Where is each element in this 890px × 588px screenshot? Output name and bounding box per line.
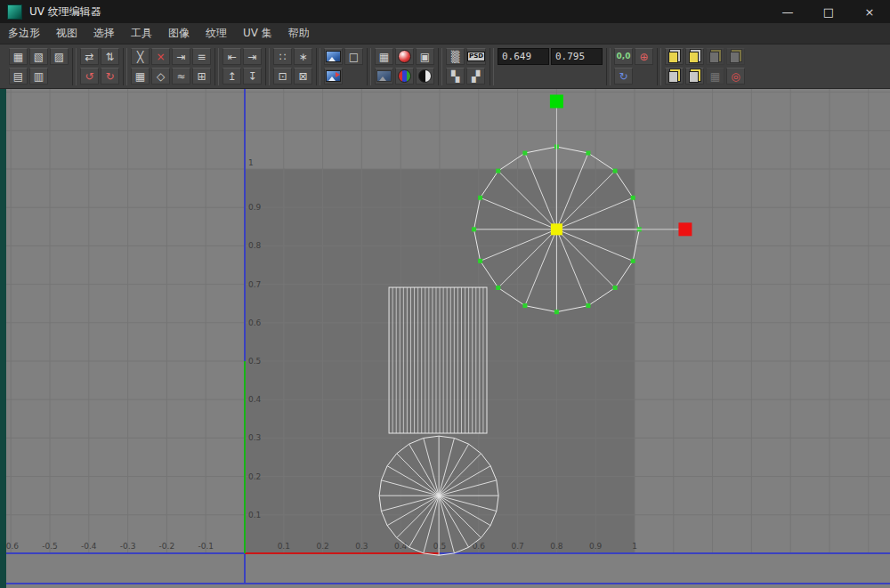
uv-vertex[interactable] [613,169,618,173]
layout-uvs-button[interactable]: ▦ [131,68,150,85]
dither-display-button[interactable]: ▒ [446,48,465,65]
manipulator-center-handle[interactable] [551,223,562,235]
uv-vertex[interactable] [586,303,590,308]
menu-item-help[interactable]: 帮助 [280,23,318,44]
v-tick-label: 0.6 [248,318,262,327]
close-button[interactable]: × [849,0,890,23]
transfer-uvs-button[interactable]: ▦ [706,68,724,85]
app-icon [7,4,22,20]
unitize-uvs-button[interactable]: ⊠ [294,68,312,85]
unfold-uvs-button[interactable]: ◇ [151,68,170,85]
uv-vertex[interactable] [613,286,618,290]
texture-border-button[interactable]: ▣ [416,48,434,65]
normalize-uvs-button[interactable]: ⊡ [273,68,292,85]
uv-vertex[interactable] [522,303,527,308]
psd-export-button[interactable]: PSD [466,48,486,65]
dim-image-button[interactable] [375,68,393,85]
v-coordinate-input[interactable] [551,48,603,65]
uv-vertex[interactable] [478,259,482,263]
snap-to-grid-button[interactable]: ∷ [273,48,292,65]
u-coordinate-input[interactable] [498,48,549,65]
menu-item-uv-sets[interactable]: UV 集 [235,23,280,44]
uv-vertex[interactable] [496,169,500,173]
rotate-ccw-button[interactable]: ↺ [80,68,99,85]
sew-uv-edges-button[interactable]: ≡ [192,48,211,65]
u-tick-label: 0.3 [355,542,368,551]
refresh-uv-button[interactable]: ↻ [614,68,633,85]
toolbar-group-display-modes: ▦▣ [375,48,434,85]
menu-item-image[interactable]: 图像 [160,23,198,44]
align-v-min-button[interactable]: ↧ [243,68,262,85]
manipulator-y-handle[interactable] [550,94,563,108]
title-bar: UV 纹理编辑器 — □ × [0,0,890,23]
menu-item-tools[interactable]: 工具 [123,23,160,44]
toggle-grid-button[interactable]: ▦ [375,48,393,65]
uv-vertex[interactable] [586,151,590,156]
menu-item-texture[interactable]: 纹理 [198,23,235,44]
paste-shell-button[interactable] [726,48,745,65]
u-tick-label: 0.4 [394,542,408,551]
uv-vertex[interactable] [631,259,635,263]
paste-v-button[interactable] [685,68,704,85]
window-controls: — □ × [767,0,890,23]
uv-vertex[interactable] [472,227,476,231]
uv-lattice-tool-button[interactable]: ▦ [9,48,28,65]
image-ratio-button[interactable]: □ [344,48,363,65]
toolbar-group-clipboard: ▦◎ [665,48,745,85]
copy-shell-button[interactable] [685,48,704,65]
shaded-display-button[interactable] [395,48,414,65]
relax-uvs-button[interactable]: ≈ [172,68,190,85]
menu-item-select[interactable]: 选择 [85,23,123,44]
paste-u-button[interactable] [665,68,684,85]
uv-vertex[interactable] [631,196,635,200]
align-u-min-button[interactable]: ⇤ [222,48,241,65]
alpha-channel-button[interactable] [416,68,434,85]
paste-v-icon [689,71,699,83]
center-pivot-button[interactable]: ◎ [726,68,745,85]
reset-uv-button[interactable]: ⊕ [635,48,653,65]
select-uv-border-button[interactable]: ▥ [29,68,48,85]
align-u-max-button[interactable]: ⇥ [243,48,262,65]
minimize-button[interactable]: — [767,0,808,23]
uv-vertex[interactable] [496,286,500,290]
toggle-image-display-button[interactable] [324,48,343,65]
grid-uvs-button[interactable]: ⊞ [192,68,211,85]
select-uv-shell-button[interactable]: ▤ [9,68,28,85]
flip-v-button[interactable]: ⇅ [101,48,119,65]
maximize-button[interactable]: □ [808,0,849,23]
uv-editor-canvas[interactable]: -0.6-0.5-0.4-0.3-0.2-0.10.10.20.30.40.50… [0,89,890,588]
checker-display-button[interactable]: ▚ [446,68,465,85]
uv-canvas-area[interactable]: -0.6-0.5-0.4-0.3-0.2-0.10.10.20.30.40.50… [0,89,890,588]
uv-vertex[interactable] [554,310,559,314]
cut-uv-edges-button[interactable]: ╳ [131,48,150,65]
shell-circle-bottom[interactable] [379,436,498,555]
update-psd-icon [326,70,341,82]
update-psd-button[interactable] [324,68,343,85]
uv-smudge-tool-button[interactable]: ▨ [50,48,69,65]
copy-uvs-button[interactable] [665,48,684,65]
toolbar-separator [606,48,611,85]
match-uvs-button[interactable]: ∗ [294,48,312,65]
rotate-cw-button[interactable]: ↻ [101,68,119,85]
v-unit-label: 1 [248,158,254,167]
zero-uv-icon: 0,0 [617,52,631,60]
copy-uvs-icon [668,52,678,63]
align-v-max-button[interactable]: ↥ [222,68,241,85]
move-and-sew-button[interactable]: ⇥ [172,48,190,65]
paste-u-icon [668,71,678,83]
flip-u-button[interactable]: ⇄ [80,48,99,65]
pixel-snap-button[interactable]: ▞ [466,68,485,85]
rgb-channels-button[interactable] [395,68,414,85]
uv-vertex[interactable] [478,196,482,200]
uv-vertex[interactable] [522,151,527,156]
move-uv-shell-tool-button[interactable]: ▧ [29,48,48,65]
paste-uvs-button[interactable] [706,48,724,65]
menu-item-view[interactable]: 视图 [48,23,85,44]
v-tick-label: 0.2 [248,472,261,481]
zero-uv-button[interactable]: 0,0 [614,48,633,65]
toolbar-group-align: ⇤⇥↥↧ [222,48,262,85]
toolbar-separator [265,48,270,85]
delete-uvs-button[interactable]: × [151,48,170,65]
manipulator-x-handle[interactable] [678,222,692,236]
menu-item-polygons[interactable]: 多边形 [0,23,48,44]
